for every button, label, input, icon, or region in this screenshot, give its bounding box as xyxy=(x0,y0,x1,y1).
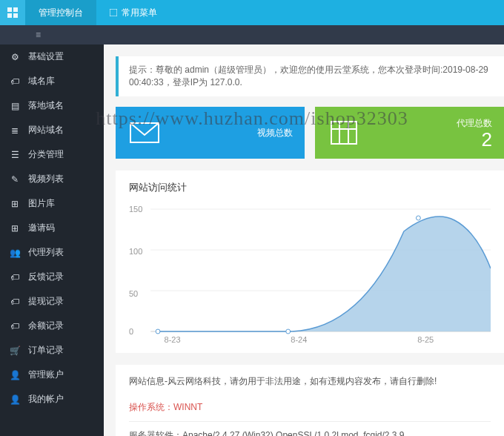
svg-rect-3 xyxy=(13,13,18,18)
visits-chart: 150 100 50 0 8-23 8-24 8-25 xyxy=(129,202,491,343)
sidebar-item-balance[interactable]: 🏷余额记录 xyxy=(0,314,104,338)
stat-agents[interactable]: 代理总数 2 xyxy=(315,107,504,159)
y-tick: 100 xyxy=(129,247,142,256)
users-icon: 👥 xyxy=(9,247,21,259)
menu-toggle-icon[interactable]: ≡ xyxy=(36,30,41,40)
sidebar-item-site-domain[interactable]: ≣网站域名 xyxy=(0,118,104,142)
siteinfo-card: 网站信息-风云网络科技，请勿用于非法用途，如有违规内容发布，请自行删除! 操作系… xyxy=(116,365,504,436)
tag-icon: 🏷 xyxy=(9,320,21,332)
siteinfo-list: 操作系统：WINNT 服务器软件：Apache/2.4.27 (Win32) O… xyxy=(129,394,491,436)
alert-text: 提示：尊敬的 admin（超级管理员），欢迎您的使用云堂系统，您本次登录时间:2… xyxy=(129,65,488,87)
x-tick: 8-24 xyxy=(291,335,307,344)
sidebar-item-basic-settings[interactable]: ⚙基础设置 xyxy=(0,44,104,69)
chart-card: 网站访问统计 150 100 50 0 8-23 8-2 xyxy=(116,171,504,353)
svg-rect-4 xyxy=(110,9,117,16)
nav-common-menu[interactable]: 常用菜单 xyxy=(96,0,170,25)
svg-point-16 xyxy=(416,216,420,220)
list-icon: ☰ xyxy=(9,149,21,161)
info-row-server: 服务器软件：Apache/2.4.27 (Win32) OpenSSL/1.0.… xyxy=(129,422,491,436)
stat-videos-label: 视频总数 xyxy=(257,127,293,139)
sidebar-item-my-account[interactable]: 👤我的帐户 xyxy=(0,387,104,412)
subbar: ≡ xyxy=(0,25,504,44)
sidebar-item-agent-list[interactable]: 👥代理列表 xyxy=(0,240,104,265)
sidebar-item-video-list[interactable]: ✎视频列表 xyxy=(0,167,104,191)
chart-title: 网站访问统计 xyxy=(129,181,491,194)
tag-icon: 🏷 xyxy=(9,76,21,87)
sidebar-item-feedback[interactable]: 🏷反馈记录 xyxy=(0,265,104,289)
sidebar-item-domain-lib[interactable]: 🏷域名库 xyxy=(0,69,104,93)
page-icon: ▤ xyxy=(9,100,21,112)
main-content: 提示：尊敬的 admin（超级管理员），欢迎您的使用云堂系统，您本次登录时间:2… xyxy=(104,44,504,436)
envelope-icon xyxy=(127,116,162,150)
sidebar-item-category[interactable]: ☰分类管理 xyxy=(0,142,104,167)
y-tick: 150 xyxy=(129,205,142,214)
tag-icon: 🏷 xyxy=(9,296,21,308)
welcome-alert: 提示：尊敬的 admin（超级管理员），欢迎您的使用云堂系统，您本次登录时间:2… xyxy=(116,56,504,96)
svg-rect-6 xyxy=(331,122,357,144)
stat-agents-label: 代理总数 xyxy=(457,117,492,130)
user-icon: 👤 xyxy=(9,369,21,381)
siteinfo-title: 网站信息-风云网络科技，请勿用于非法用途，如有违规内容发布，请自行删除! xyxy=(129,375,491,388)
gear-icon: ⚙ xyxy=(9,51,21,63)
stat-agents-value: 2 xyxy=(457,130,492,149)
sidebar-item-invite-code[interactable]: ⊞邀请码 xyxy=(0,216,104,240)
sidebar-item-image-lib[interactable]: ⊞图片库 xyxy=(0,191,104,216)
info-row-os: 操作系统：WINNT xyxy=(129,394,491,422)
svg-rect-1 xyxy=(13,7,18,12)
nav-common-menu-label: 常用菜单 xyxy=(122,7,157,19)
topbar: 管理控制台 常用菜单 xyxy=(0,0,504,25)
sidebar-item-orders[interactable]: 🛒订单记录 xyxy=(0,338,104,363)
nav-console[interactable]: 管理控制台 xyxy=(25,0,96,25)
sidebar-item-admin-account[interactable]: 👤管理账户 xyxy=(0,363,104,387)
svg-point-14 xyxy=(156,329,160,334)
logo-icon xyxy=(0,0,25,25)
list-icon: ≣ xyxy=(9,125,21,136)
svg-rect-0 xyxy=(7,7,12,12)
svg-point-15 xyxy=(286,329,291,334)
tag-icon: 🏷 xyxy=(9,271,21,283)
sidebar-item-landing-domain[interactable]: ▤落地域名 xyxy=(0,93,104,118)
stat-videos[interactable]: 视频总数 xyxy=(116,107,305,159)
stats-row: 视频总数 代理总数 2 xyxy=(116,107,504,159)
map-icon: ⊞ xyxy=(9,222,21,234)
grid-icon xyxy=(327,116,361,150)
y-tick: 50 xyxy=(129,289,138,298)
sidebar: ⚙基础设置 🏷域名库 ▤落地域名 ≣网站域名 ☰分类管理 ✎视频列表 ⊞图片库 … xyxy=(0,44,104,436)
y-tick: 0 xyxy=(129,327,133,336)
edit-icon: ✎ xyxy=(9,174,21,185)
svg-rect-2 xyxy=(7,13,12,18)
x-tick: 8-25 xyxy=(417,335,434,344)
sidebar-item-withdraw[interactable]: 🏷提现记录 xyxy=(0,289,104,314)
cart-icon: 🛒 xyxy=(9,345,21,357)
map-icon: ⊞ xyxy=(9,198,21,210)
x-tick: 8-23 xyxy=(165,335,181,344)
user-icon: 👤 xyxy=(9,394,21,406)
